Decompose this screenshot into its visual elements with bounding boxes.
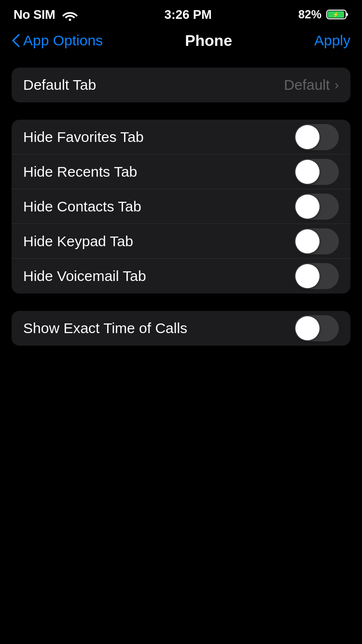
chevron-icon: › bbox=[334, 78, 339, 93]
back-label: App Options bbox=[23, 32, 103, 49]
default-tab-label: Default Tab bbox=[23, 77, 96, 93]
hide-keypad-label: Hide Keypad Tab bbox=[23, 233, 133, 250]
hide-recents-label: Hide Recents Tab bbox=[23, 164, 137, 180]
show-exact-time-label: Show Exact Time of Calls bbox=[23, 320, 187, 336]
status-time: 3:26 PM bbox=[164, 7, 211, 22]
hide-voicemail-row: Hide Voicemail Tab bbox=[12, 259, 350, 294]
apply-button[interactable]: Apply bbox=[314, 32, 350, 49]
toggle-knob bbox=[295, 316, 320, 340]
svg-point-0 bbox=[69, 18, 71, 21]
hide-favorites-toggle[interactable] bbox=[294, 124, 339, 150]
hide-tabs-section: Hide Favorites Tab Hide Recents Tab Hide… bbox=[12, 120, 350, 294]
toggle-knob bbox=[295, 229, 320, 253]
hide-contacts-row: Hide Contacts Tab bbox=[12, 189, 350, 224]
battery-percent: 82% bbox=[298, 8, 321, 21]
hide-keypad-toggle[interactable] bbox=[294, 228, 339, 254]
hide-recents-row: Hide Recents Tab bbox=[12, 154, 350, 189]
show-time-section: Show Exact Time of Calls bbox=[12, 311, 350, 346]
settings-content: Default Tab Default › Hide Favorites Tab… bbox=[0, 58, 362, 373]
hide-contacts-label: Hide Contacts Tab bbox=[23, 198, 141, 215]
default-tab-value: Default › bbox=[284, 77, 339, 93]
hide-voicemail-label: Hide Voicemail Tab bbox=[23, 268, 146, 284]
carrier-label: No SIM bbox=[14, 7, 78, 22]
hide-voicemail-toggle[interactable] bbox=[294, 263, 339, 289]
svg-text:⚡: ⚡ bbox=[333, 11, 339, 18]
toggle-knob bbox=[295, 160, 320, 184]
status-bar: No SIM 3:26 PM 82% ⚡ bbox=[0, 0, 362, 26]
hide-favorites-label: Hide Favorites Tab bbox=[23, 129, 144, 145]
show-exact-time-toggle[interactable] bbox=[294, 315, 339, 341]
hide-recents-toggle[interactable] bbox=[294, 159, 339, 185]
toggle-knob bbox=[295, 195, 320, 219]
show-exact-time-row: Show Exact Time of Calls bbox=[12, 311, 350, 346]
hide-keypad-row: Hide Keypad Tab bbox=[12, 224, 350, 259]
toggle-knob bbox=[295, 125, 320, 149]
hide-contacts-toggle[interactable] bbox=[294, 194, 339, 220]
svg-rect-2 bbox=[346, 13, 348, 16]
status-right: 82% ⚡ bbox=[298, 8, 348, 21]
default-tab-section: Default Tab Default › bbox=[12, 68, 350, 102]
back-button[interactable]: App Options bbox=[12, 32, 103, 49]
battery-icon: ⚡ bbox=[326, 9, 348, 20]
page-title: Phone bbox=[185, 32, 232, 50]
nav-bar: App Options Phone Apply bbox=[0, 26, 362, 58]
toggle-knob bbox=[295, 264, 320, 288]
default-tab-row[interactable]: Default Tab Default › bbox=[12, 68, 350, 102]
hide-favorites-row: Hide Favorites Tab bbox=[12, 120, 350, 154]
